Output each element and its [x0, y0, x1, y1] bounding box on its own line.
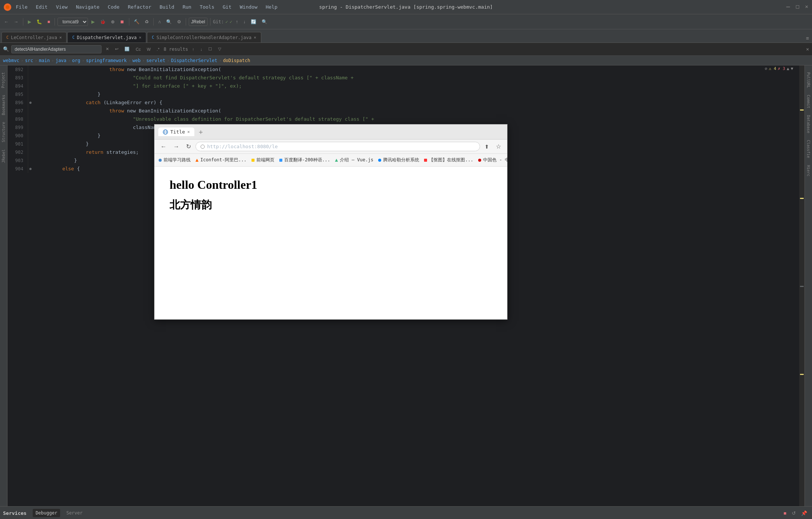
minimize-button[interactable]: ─ [786, 3, 790, 11]
menu-navigate[interactable]: Navigate [74, 3, 101, 11]
breadcrumb-dodispatch[interactable]: doDispatch [223, 58, 250, 63]
menu-view[interactable]: View [55, 3, 69, 11]
browser-address-bar[interactable]: http://localhost:8080/le [195, 142, 480, 151]
match-case-btn[interactable]: Cc [134, 46, 142, 52]
pullurl-panel-tab[interactable]: PullURL [806, 69, 811, 91]
bookmark-4[interactable]: 百度翻译-200种语... [279, 157, 330, 163]
browser-tab[interactable]: Title ✕ [158, 127, 194, 136]
run-config-dropdown[interactable]: tomcat9 [58, 18, 88, 26]
bookmark-6[interactable]: 腾讯哈勒分析系统 [378, 157, 419, 163]
prev-result-btn[interactable]: ↩ [113, 46, 120, 52]
browser-forward-btn[interactable]: → [171, 142, 182, 151]
toolbar-debug-btn[interactable]: 🐛 [35, 18, 44, 26]
server-tab[interactable]: Server [63, 509, 85, 517]
toolbar-rebuild[interactable]: ♻ [143, 18, 151, 26]
regex-btn[interactable]: .* [155, 46, 161, 52]
browser-share-btn[interactable]: ⬆ [482, 143, 491, 151]
toolbar-run-btn[interactable]: ▶ [26, 18, 33, 26]
breadcrumb-web[interactable]: web [132, 58, 141, 63]
bookmark-5[interactable]: 介绍 — Vue.js [335, 157, 373, 163]
next-result-btn[interactable]: 🔠 [123, 46, 132, 52]
breadcrumb-org[interactable]: org [72, 58, 80, 63]
menu-refactor[interactable]: Refactor [126, 3, 153, 11]
toolbar-run-config-run[interactable]: ▶ [89, 18, 97, 26]
project-panel-tab[interactable]: Project [0, 69, 7, 91]
tab-le-controller[interactable]: C LeController.java ✕ [2, 32, 67, 42]
breadcrumb-servlet[interactable]: servlet [146, 58, 165, 63]
menu-run[interactable]: Run [181, 3, 193, 11]
new-browser-tab-btn[interactable]: + [199, 128, 203, 136]
structure-panel-tab[interactable]: Structure [1, 119, 6, 145]
scroll-indicator[interactable] [799, 65, 804, 506]
jrebel-panel-tab[interactable]: JRebel [1, 146, 6, 166]
bookmark-1[interactable]: 前端学习路线 [158, 157, 191, 163]
browser-back-btn[interactable]: ← [158, 142, 169, 151]
toolbar-git-btn[interactable]: ⑃ [156, 18, 163, 26]
toolbar-build-btn[interactable]: 🔨 [132, 18, 141, 26]
commit-panel-tab[interactable]: Commit [806, 92, 811, 111]
git-fetch-btn[interactable]: 🔄 [249, 18, 258, 26]
close-button[interactable]: ✕ [805, 3, 808, 11]
breadcrumb-springframework[interactable]: springframework [86, 58, 127, 63]
breadcrumb-java[interactable]: java [56, 58, 67, 63]
clear-search-btn[interactable]: ✕ [104, 46, 111, 52]
tab-simple-handler[interactable]: C SimpleControllerHandlerAdapter.java ✕ [147, 32, 261, 42]
toolbar-search[interactable]: 🔍 [164, 18, 174, 26]
hierc-panel-tab[interactable]: Hierc [806, 162, 811, 179]
jrebel-btn[interactable]: JRebel [189, 18, 207, 26]
pin-btn[interactable]: 📌 [799, 510, 809, 517]
browser-reload-btn[interactable]: ↻ [184, 142, 193, 151]
bookmarks-panel-tab[interactable]: Bookmarks [1, 92, 6, 118]
close-search-btn[interactable]: ✕ [806, 46, 809, 52]
close-le-tab[interactable]: ✕ [59, 35, 62, 40]
bookmark-7[interactable]: 【抠图】在线抠图... [424, 157, 473, 163]
breadcrumb-webmvc[interactable]: webmvc [3, 58, 19, 63]
annotation-up[interactable]: ▲ [787, 66, 789, 71]
debugger-tab[interactable]: Debugger [33, 509, 61, 517]
filter-results-btn[interactable]: ▽ [216, 46, 223, 52]
annotation-down[interactable]: ▼ [791, 66, 793, 71]
menu-edit[interactable]: Edit [34, 3, 49, 11]
menu-help[interactable]: Help [264, 3, 279, 11]
toolbar-stop-btn[interactable]: ■ [45, 18, 52, 26]
search-input[interactable] [11, 45, 102, 53]
classfile-panel-tab[interactable]: Classfie [806, 137, 811, 161]
git-push-btn[interactable]: ↑ [234, 18, 240, 26]
menu-code[interactable]: Code [106, 3, 121, 11]
warning-count: ⚠ 4 [769, 66, 776, 71]
prev-occurrence-btn[interactable]: ↑ [190, 46, 196, 52]
menu-build[interactable]: Build [158, 3, 176, 11]
menu-file[interactable]: File [14, 3, 29, 11]
git-pull-btn[interactable]: ↓ [241, 18, 247, 26]
database-panel-tab[interactable]: Database [806, 112, 811, 136]
breadcrumb-dispatcherservlet[interactable]: DispatcherServlet [171, 58, 217, 63]
bookmark-8[interactable]: 中国色 - 中 [478, 157, 507, 163]
toolbar-settings[interactable]: ⚙ [175, 18, 183, 26]
scroll-mark-1 [800, 109, 804, 111]
toolbar-run-config-debug[interactable]: 🐞 [98, 18, 108, 26]
bookmark-2[interactable]: Iconfont-阿里巴... [195, 157, 247, 163]
menu-tools[interactable]: Tools [198, 3, 216, 11]
bookmark-3[interactable]: 前端网页 [251, 157, 274, 163]
tab-dispatcher-servlet[interactable]: C DispatcherServlet.java ✕ [67, 32, 146, 42]
menu-git[interactable]: Git [221, 3, 233, 11]
breadcrumb-main[interactable]: main [39, 58, 50, 63]
toolbar-stop-run[interactable]: ⏹ [118, 18, 126, 26]
breadcrumb-src[interactable]: src [25, 58, 33, 63]
browser-bookmark-btn[interactable]: ☆ [494, 142, 503, 151]
find-all-btn[interactable]: ☐ [206, 46, 214, 52]
restart-btn[interactable]: ↺ [790, 510, 798, 517]
tabs-more-btn[interactable]: ≡ [804, 34, 810, 42]
close-dispatcher-tab[interactable]: ✕ [139, 35, 141, 40]
toolbar-coverage[interactable]: ⊕ [109, 18, 117, 26]
next-occurrence-btn[interactable]: ↓ [198, 46, 205, 52]
toolbar-back-btn[interactable]: ← [2, 18, 11, 26]
menu-window[interactable]: Window [238, 3, 259, 11]
close-handler-tab[interactable]: ✕ [254, 35, 256, 40]
stop-btn[interactable]: ■ [782, 510, 788, 517]
whole-word-btn[interactable]: W [145, 46, 152, 52]
toolbar-forward-btn[interactable]: → [12, 18, 20, 26]
search-everywhere-btn[interactable]: 🔍 [260, 18, 269, 26]
close-browser-tab[interactable]: ✕ [187, 129, 190, 134]
maximize-button[interactable]: □ [796, 3, 799, 11]
